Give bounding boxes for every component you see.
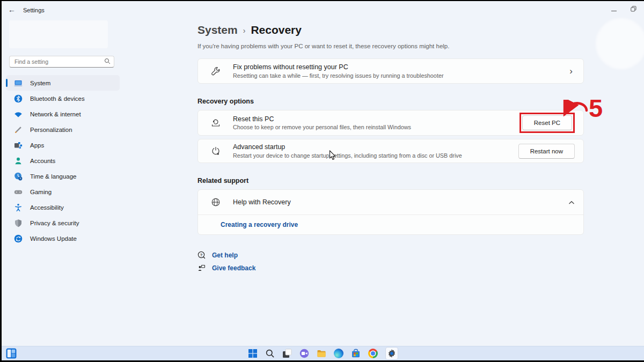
get-help-icon: ?: [197, 251, 206, 259]
search-input[interactable]: [14, 58, 104, 65]
system-icon: [14, 79, 23, 87]
time-language-icon: [14, 172, 23, 181]
fix-problems-row[interactable]: Fix problems without resetting your PC R…: [197, 58, 584, 84]
sidebar-item-gaming[interactable]: Gaming: [6, 184, 120, 200]
svg-text:?: ?: [200, 253, 203, 257]
advanced-startup-title: Advanced startup: [233, 143, 518, 151]
globe-icon: [210, 197, 221, 208]
sidebar-item-network-internet[interactable]: Network & internet: [6, 106, 120, 122]
user-account-area: [9, 20, 108, 48]
related-support-label: Related support: [197, 177, 584, 184]
search-icon: [104, 57, 111, 67]
chevron-right-icon: ›: [569, 66, 575, 77]
sidebar-item-bluetooth-devices[interactable]: Bluetooth & devices: [6, 91, 120, 106]
personalization-icon: [14, 125, 23, 134]
titlebar: ← Settings: [2, 1, 644, 18]
reset-pc-icon: [210, 117, 221, 128]
creating-recovery-drive-link[interactable]: Creating a recovery drive: [221, 221, 298, 228]
give-feedback-link[interactable]: Give feedback: [197, 264, 584, 272]
reset-pc-subtitle: Choose to keep or remove your personal f…: [233, 124, 519, 130]
give-feedback-icon: [197, 264, 206, 272]
privacy-icon: [14, 219, 23, 227]
chevron-up-icon[interactable]: [568, 197, 575, 207]
sidebar-item-label: Gaming: [30, 189, 52, 195]
task-view-icon[interactable]: [282, 349, 292, 358]
fix-problems-subtitle: Resetting can take a while — first, try …: [233, 72, 569, 79]
file-explorer-icon[interactable]: [317, 349, 326, 358]
sidebar-item-personalization[interactable]: Personalization: [6, 122, 120, 137]
sidebar-item-apps[interactable]: Apps: [6, 137, 120, 153]
start-icon[interactable]: [248, 349, 258, 358]
breadcrumb-system[interactable]: System: [197, 24, 238, 36]
screenshot-frame: ← Settings System: [0, 0, 644, 362]
help-with-recovery-row[interactable]: Help with Recovery: [198, 190, 583, 215]
accessibility-icon: [14, 203, 23, 212]
sidebar-item-label: Personalization: [30, 127, 72, 133]
annotation-step-number: 5: [589, 93, 603, 123]
sidebar: System Bluetooth & devices Network & int…: [2, 18, 124, 345]
advanced-startup-subtitle: Restart your device to change startup se…: [233, 152, 518, 159]
app-title: Settings: [23, 7, 45, 13]
apps-icon: [14, 141, 23, 150]
chrome-icon[interactable]: [368, 349, 378, 358]
search-box[interactable]: [9, 56, 114, 68]
microsoft-store-icon[interactable]: [351, 349, 361, 358]
wrench-icon: [210, 66, 221, 77]
settings-gear-icon[interactable]: [387, 349, 397, 358]
taskbar: [2, 346, 644, 360]
restore-button-icon[interactable]: [631, 4, 636, 14]
sidebar-item-label: Apps: [30, 142, 44, 149]
sidebar-item-label: Network & internet: [30, 111, 81, 117]
page-description: If you're having problems with your PC o…: [197, 43, 584, 49]
footer-links: ? Get help Give feedback: [197, 251, 584, 272]
sidebar-item-label: Time & language: [30, 173, 77, 180]
sidebar-item-accessibility[interactable]: Accessibility: [6, 200, 120, 215]
sidebar-item-system[interactable]: System: [6, 75, 120, 91]
breadcrumb-separator: ›: [243, 25, 246, 35]
page-title: Recovery: [251, 24, 302, 36]
help-card: Help with Recovery Creating a recovery d…: [197, 189, 584, 235]
accounts-icon: [14, 157, 23, 165]
sidebar-item-time-language[interactable]: Time & language: [6, 168, 120, 184]
advanced-startup-row: Advanced startup Restart your device to …: [197, 139, 584, 163]
settings-window: ← Settings System: [2, 1, 644, 360]
network-icon: [14, 110, 23, 119]
sidebar-item-label: Privacy & security: [30, 220, 79, 226]
minimize-button-icon[interactable]: [611, 11, 617, 11]
sidebar-item-windows-update[interactable]: Windows Update: [6, 231, 120, 246]
reset-pc-row: Reset this PC Choose to keep or remove y…: [197, 110, 584, 136]
taskbar-search-icon[interactable]: [265, 349, 275, 358]
help-with-recovery-title: Help with Recovery: [233, 198, 568, 206]
fix-problems-title: Fix problems without resetting your PC: [233, 63, 569, 71]
get-help-label[interactable]: Get help: [212, 252, 238, 259]
sidebar-item-label: Accounts: [30, 158, 55, 164]
breadcrumb: System › Recovery: [197, 24, 584, 36]
get-help-link[interactable]: ? Get help: [197, 251, 584, 259]
bluetooth-icon: [14, 94, 23, 103]
sidebar-item-privacy-security[interactable]: Privacy & security: [6, 215, 120, 231]
windows-update-icon: [14, 234, 23, 243]
sidebar-item-label: Accessibility: [30, 204, 64, 211]
sidebar-item-label: Bluetooth & devices: [30, 95, 85, 102]
recovery-options-label: Recovery options: [197, 98, 584, 105]
sidebar-item-label: System: [30, 80, 50, 86]
sidebar-item-label: Windows Update: [30, 235, 77, 242]
give-feedback-label[interactable]: Give feedback: [212, 264, 255, 272]
watermark-circle: [596, 18, 644, 69]
main-content: System › Recovery If you're having probl…: [197, 18, 584, 272]
settings-taskbar-active-background[interactable]: [385, 347, 398, 360]
restart-now-button[interactable]: Restart now: [518, 144, 575, 159]
sidebar-nav: System Bluetooth & devices Network & int…: [2, 75, 124, 246]
advanced-startup-icon: [210, 146, 221, 157]
gaming-icon: [14, 188, 23, 196]
sidebar-item-accounts[interactable]: Accounts: [6, 153, 120, 168]
chat-icon[interactable]: [299, 349, 309, 358]
annotation-curved-arrow: [562, 100, 590, 122]
reset-pc-title: Reset this PC: [233, 115, 519, 123]
mouse-cursor: [329, 150, 336, 163]
edge-icon[interactable]: [334, 349, 343, 358]
back-button[interactable]: ←: [8, 5, 16, 14]
